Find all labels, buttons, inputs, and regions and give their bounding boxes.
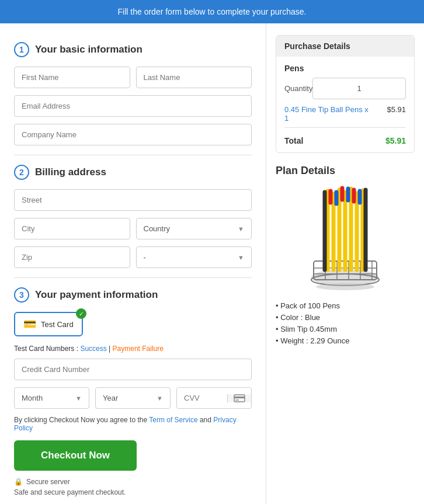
purchase-body: Pens Quantity 0.45 Fine Tip Ball Pens x … (276, 57, 414, 152)
test-card-option[interactable]: 💳 Test Card ✓ (14, 312, 83, 336)
month-label: Month (22, 394, 43, 402)
main-container: 1 Your basic information (0, 23, 424, 504)
divider-2 (14, 277, 252, 278)
state-select[interactable]: - ▼ (136, 246, 252, 268)
cc-row (14, 359, 252, 380)
cc-number-input[interactable] (14, 359, 252, 380)
safe-text: Safe and secure payment checkout. (14, 488, 252, 496)
email-row (14, 95, 252, 117)
divider-1 (14, 155, 252, 155)
left-panel: 1 Your basic information (0, 23, 266, 504)
checkout-button[interactable]: Checkout Now (14, 440, 137, 471)
and-text: and (200, 416, 213, 424)
product-name: Pens (284, 64, 406, 73)
city-field (14, 218, 130, 239)
basic-info-title: Your basic information (35, 44, 143, 55)
zip-input[interactable] (14, 246, 130, 268)
name-row (14, 67, 252, 88)
qty-input[interactable] (312, 78, 406, 99)
terms-text: By clicking Checkout Now you agree to th… (14, 416, 252, 432)
state-label: - (144, 253, 146, 262)
cvv-card-icon (227, 394, 251, 402)
credit-card-icon: 💳 (23, 318, 36, 331)
street-input[interactable] (14, 189, 252, 211)
company-input[interactable] (14, 124, 252, 145)
pens-illustration (298, 185, 392, 293)
email-input[interactable] (14, 95, 252, 117)
cvv-container (176, 387, 252, 409)
test-card-label: Test Card Numbers : (14, 345, 80, 353)
banner-text: Fill the order form below to complete yo… (118, 7, 307, 16)
check-badge-icon: ✓ (76, 308, 86, 319)
top-banner: Fill the order form below to complete yo… (0, 0, 424, 23)
terms-link[interactable]: Term of Service (149, 416, 197, 424)
total-row: Total $5.91 (284, 134, 406, 145)
country-chevron-icon: ▼ (238, 225, 244, 232)
section-1-number: 1 (14, 42, 29, 57)
item-qty: 1 (284, 114, 289, 123)
year-select[interactable]: Year ▼ (95, 387, 171, 409)
card-label: Test Card (41, 320, 74, 329)
country-field: Country ▼ (136, 218, 252, 239)
zip-state-row: - ▼ (14, 246, 252, 268)
qty-row: Quantity (284, 78, 406, 99)
secure-text: Secure server (26, 478, 70, 486)
first-name-field (14, 67, 130, 88)
terms-prefix: By clicking Checkout Now you agree to th… (14, 416, 149, 424)
month-chevron-icon: ▼ (75, 395, 82, 402)
country-select[interactable]: Country ▼ (136, 218, 252, 239)
company-row (14, 124, 252, 145)
plan-feature-item: Weight : 2.29 Ounce (276, 336, 415, 345)
first-name-input[interactable] (14, 67, 130, 88)
basic-info-heading: 1 Your basic information (14, 42, 252, 57)
test-card-info: Test Card Numbers : Success | Payment Fa… (14, 345, 252, 353)
lock-icon: 🔒 (14, 478, 23, 486)
year-chevron-icon: ▼ (157, 395, 163, 402)
year-field: Year ▼ (95, 387, 171, 409)
last-name-input[interactable] (136, 67, 252, 88)
state-chevron-icon: ▼ (238, 254, 244, 261)
month-select[interactable]: Month ▼ (14, 387, 89, 409)
billing-title: Billing address (35, 166, 106, 178)
secure-server-row: 🔒 Secure server (14, 478, 252, 486)
success-link[interactable]: Success (80, 345, 106, 353)
svg-rect-1 (234, 397, 245, 398)
plan-feature-item: Color : Blue (276, 313, 415, 322)
total-price: $5.91 (385, 136, 406, 145)
payment-heading: 3 Your payment information (14, 287, 252, 303)
item-price: $5.91 (387, 105, 406, 123)
payment-title: Your payment information (35, 289, 158, 301)
year-label: Year (103, 394, 118, 402)
qty-label: Quantity (284, 84, 312, 93)
payment-failure-link[interactable]: Payment Failure (113, 345, 164, 353)
city-input[interactable] (14, 218, 130, 239)
item-row: 0.45 Fine Tip Ball Pens x 1 $5.91 (284, 105, 406, 128)
country-label: Country (144, 224, 171, 233)
street-row (14, 189, 252, 211)
month-field: Month ▼ (14, 387, 89, 409)
pen-image-container (276, 185, 415, 293)
page-wrapper: Fill the order form below to complete yo… (0, 0, 424, 504)
last-name-field (136, 67, 252, 88)
billing-heading: 2 Billing address (14, 165, 252, 180)
item-name: 0.45 Fine Tip Ball Pens x 1 (284, 105, 369, 123)
plan-features: Pack of 100 PensColor : BlueSlim Tip 0.4… (276, 301, 415, 345)
svg-point-28 (316, 283, 374, 290)
total-label: Total (284, 136, 303, 145)
zip-field (14, 246, 130, 268)
plan-feature-item: Pack of 100 Pens (276, 301, 415, 310)
city-country-row: Country ▼ (14, 218, 252, 239)
state-field: - ▼ (136, 246, 252, 268)
section-2-number: 2 (14, 165, 29, 180)
right-panel: Purchase Details Pens Quantity 0.45 Fine… (266, 23, 424, 504)
payment-section: 3 Your payment information 💳 Test Card ✓… (14, 287, 252, 496)
cvv-field (176, 387, 252, 409)
cvv-input[interactable] (177, 388, 227, 408)
section-3-number: 3 (14, 287, 29, 303)
plan-details-title: Plan Details (276, 165, 415, 177)
purchase-box: Purchase Details Pens Quantity 0.45 Fine… (276, 35, 415, 153)
purchase-header: Purchase Details (276, 36, 414, 57)
plan-feature-item: Slim Tip 0.45mm (276, 325, 415, 333)
expiry-cvv-row: Month ▼ Year ▼ (14, 387, 252, 409)
svg-rect-2 (235, 399, 239, 401)
